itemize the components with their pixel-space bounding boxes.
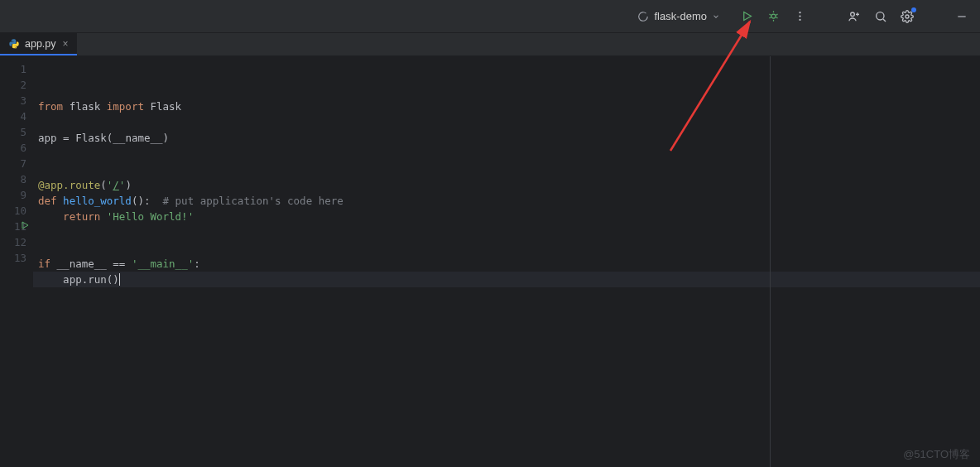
- svg-line-5: [776, 14, 777, 15]
- svg-marker-18: [22, 222, 28, 229]
- line-number: 10: [0, 203, 33, 219]
- more-actions-button[interactable]: [788, 5, 811, 28]
- code-line[interactable]: app.run(): [33, 272, 980, 287]
- code-line[interactable]: def hello_world(): # put application's c…: [33, 193, 980, 209]
- svg-point-8: [799, 12, 800, 13]
- code-area[interactable]: from flask import Flaskapp = Flask(__nam…: [33, 56, 980, 467]
- svg-point-9: [799, 15, 800, 17]
- code-line[interactable]: return 'Hello World!': [33, 209, 980, 224]
- code-line[interactable]: @app.route('/'): [33, 177, 980, 193]
- line-number: 6: [0, 140, 33, 156]
- right-margin-guide: [770, 56, 771, 467]
- python-file-icon: [8, 38, 20, 50]
- code-line[interactable]: app = Flask(__name__): [33, 130, 980, 146]
- code-line[interactable]: [33, 161, 980, 177]
- code-line[interactable]: [33, 114, 980, 130]
- settings-button[interactable]: [896, 5, 919, 28]
- svg-line-7: [776, 17, 777, 18]
- tab-filename-label: app.py: [25, 38, 56, 50]
- line-number: 8: [0, 171, 33, 187]
- code-line[interactable]: [33, 224, 980, 240]
- line-number: 7: [0, 156, 33, 171]
- watermark-text: @51CTO博客: [903, 447, 970, 462]
- code-line[interactable]: [33, 287, 980, 303]
- svg-line-6: [769, 17, 771, 18]
- search-everywhere-button[interactable]: [869, 5, 892, 28]
- svg-marker-0: [743, 12, 751, 21]
- chevron-down-icon: [712, 12, 720, 21]
- debug-button[interactable]: [761, 5, 785, 28]
- svg-point-11: [851, 12, 855, 17]
- run-config-label: flask-demo: [654, 10, 707, 22]
- code-line[interactable]: [33, 240, 980, 256]
- line-number: 11: [0, 219, 33, 234]
- code-with-me-button[interactable]: [843, 5, 866, 28]
- close-tab-icon[interactable]: ×: [63, 38, 69, 50]
- line-number: 5: [0, 124, 33, 140]
- svg-point-1: [771, 14, 776, 18]
- code-line[interactable]: from flask import Flask: [33, 99, 980, 114]
- svg-line-4: [769, 14, 771, 15]
- svg-point-16: [906, 15, 909, 18]
- line-number-gutter: 12345678910111213: [0, 56, 33, 467]
- line-number: 1: [0, 61, 33, 77]
- code-line[interactable]: if __name__ == '__main__':: [33, 256, 980, 272]
- svg-line-15: [883, 19, 886, 22]
- editor-tabs-bar: app.py ×: [0, 33, 980, 56]
- line-number: 9: [0, 187, 33, 203]
- code-editor[interactable]: 12345678910111213 from flask import Flas…: [0, 56, 980, 467]
- line-number: 4: [0, 108, 33, 124]
- editor-tab-app-py[interactable]: app.py ×: [0, 33, 77, 55]
- run-gutter-icon[interactable]: [20, 220, 31, 232]
- minimize-button[interactable]: [950, 5, 973, 28]
- line-number: 2: [0, 77, 33, 93]
- svg-point-14: [877, 12, 884, 19]
- run-button[interactable]: [735, 5, 758, 28]
- line-number: 12: [0, 234, 33, 250]
- line-number: 3: [0, 93, 33, 108]
- line-number: 13: [0, 250, 33, 266]
- run-config-selector[interactable]: flask-demo: [631, 7, 727, 26]
- svg-point-10: [799, 19, 800, 21]
- run-config-prefix-icon: [637, 11, 649, 22]
- code-line[interactable]: [33, 146, 980, 161]
- top-toolbar: flask-demo: [0, 0, 980, 33]
